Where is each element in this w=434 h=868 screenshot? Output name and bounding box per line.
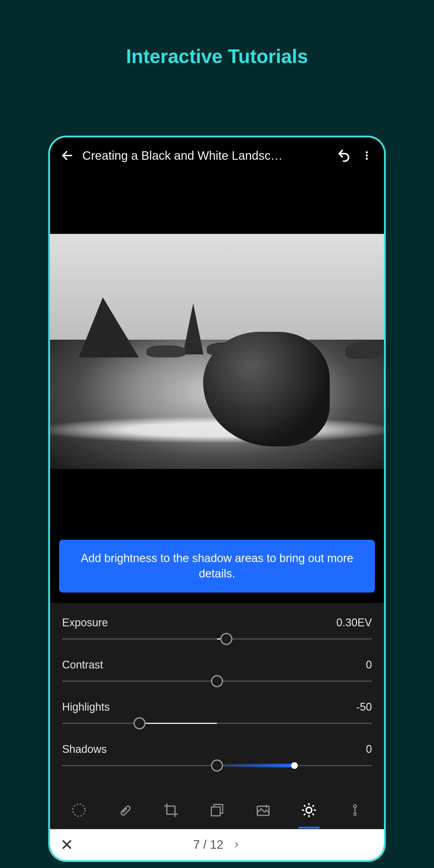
presets-tool-icon[interactable]: [200, 794, 234, 827]
screen-title: Creating a Black and White Landsc…: [82, 149, 329, 162]
slider-track[interactable]: [62, 634, 372, 644]
app-header: Creating a Black and White Landsc…: [50, 137, 384, 170]
slider-track[interactable]: [62, 761, 372, 770]
sliders-panel: Exposure0.30EVContrast0Highlights-50Shad…: [50, 603, 384, 791]
edit-toolbar: [50, 791, 384, 830]
selective-tool-icon[interactable]: [62, 794, 96, 827]
slider-label: Shadows: [62, 743, 107, 755]
slider-value: 0: [366, 658, 372, 671]
svg-rect-5: [120, 805, 131, 816]
svg-point-3: [366, 158, 368, 160]
slider-value: 0.30EV: [336, 616, 372, 629]
svg-point-10: [306, 807, 312, 813]
tutorial-footer: ✕ 7 / 12: [50, 829, 384, 860]
undo-icon[interactable]: [337, 148, 352, 163]
svg-line-7: [125, 809, 127, 810]
healing-tool-icon[interactable]: [108, 794, 142, 827]
svg-line-18: [313, 805, 314, 807]
slider-label: Exposure: [62, 616, 108, 629]
page-title: Interactive Tutorials: [0, 0, 434, 67]
svg-point-2: [366, 155, 368, 157]
photo-preview[interactable]: [50, 170, 384, 532]
svg-point-1: [366, 151, 368, 153]
slider-thumb[interactable]: [211, 675, 223, 687]
step-indicator[interactable]: 7 / 12: [50, 838, 384, 851]
close-button[interactable]: ✕: [60, 837, 73, 852]
svg-rect-8: [211, 807, 220, 816]
light-tool-icon[interactable]: [292, 794, 326, 827]
slider-contrast: Contrast0: [62, 658, 372, 686]
svg-line-15: [304, 805, 306, 807]
slider-highlights: Highlights-50: [62, 701, 372, 728]
slider-exposure: Exposure0.30EV: [62, 616, 372, 644]
auto-tool-icon[interactable]: [247, 794, 280, 827]
slider-thumb[interactable]: [220, 633, 232, 645]
slider-label: Contrast: [62, 658, 103, 671]
svg-line-17: [304, 814, 306, 815]
photo-canvas: [50, 234, 384, 469]
svg-line-6: [123, 811, 124, 812]
tutorial-tip[interactable]: Add brightness to the shadow areas to br…: [59, 540, 375, 592]
slider-label: Highlights: [62, 701, 110, 713]
crop-tool-icon[interactable]: [154, 794, 187, 827]
slider-hint-target: [291, 762, 298, 769]
slider-shadows: Shadows0: [62, 743, 372, 770]
chevron-right-icon[interactable]: [232, 841, 241, 849]
slider-value: -50: [356, 701, 372, 713]
slider-thumb[interactable]: [133, 717, 146, 730]
slider-hint: [217, 764, 294, 767]
slider-value: 0: [366, 743, 372, 755]
svg-point-19: [353, 805, 356, 808]
device-frame: Creating a Black and White Landsc… Add b…: [48, 135, 386, 862]
more-vertical-icon[interactable]: [359, 148, 374, 163]
color-tool-icon[interactable]: [338, 794, 372, 827]
svg-point-4: [73, 804, 85, 816]
slider-thumb[interactable]: [211, 760, 223, 772]
step-text: 7 / 12: [193, 838, 223, 851]
back-arrow-icon[interactable]: [60, 148, 75, 163]
slider-track[interactable]: [62, 677, 372, 686]
tip-container: Add brightness to the shadow areas to br…: [50, 532, 384, 603]
svg-line-16: [313, 814, 314, 815]
slider-track[interactable]: [62, 719, 372, 728]
